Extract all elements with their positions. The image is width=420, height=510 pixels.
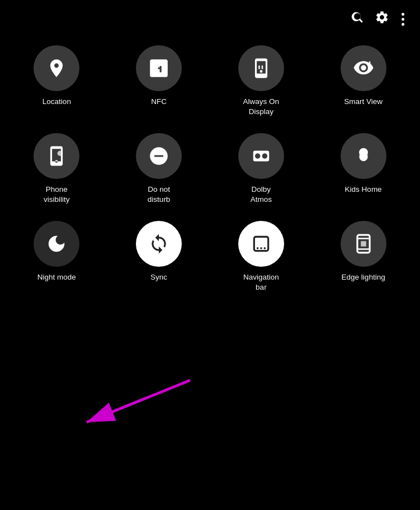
night-mode-icon <box>46 233 67 254</box>
tile-nav-bar[interactable]: Navigationbar <box>210 221 313 292</box>
tile-dnd[interactable]: Do notdisturb <box>108 133 210 204</box>
tile-dolby-icon-circle <box>238 133 284 179</box>
tile-phone-visibility-icon-circle <box>34 133 79 179</box>
svg-rect-10 <box>361 241 366 247</box>
tile-nfc-icon-circle <box>136 45 182 91</box>
search-icon[interactable] <box>350 10 365 29</box>
phone-visibility-icon <box>46 145 67 167</box>
svg-rect-7 <box>260 248 262 249</box>
tile-dnd-label: Do notdisturb <box>148 185 171 204</box>
tile-sync-icon-circle <box>136 221 182 267</box>
tile-nfc[interactable]: NFC <box>108 45 210 116</box>
tile-location-icon-circle <box>34 45 79 91</box>
quick-settings-grid: Location NFC Always OnDisplay Smart View… <box>0 34 420 303</box>
top-bar <box>0 0 420 34</box>
tile-aod-icon-circle <box>238 45 284 91</box>
aod-icon <box>251 58 272 79</box>
tile-phone-visibility-label: Phonevisibility <box>44 185 70 204</box>
nfc-icon <box>148 58 169 79</box>
location-icon <box>46 58 67 79</box>
tile-night-mode-icon-circle <box>34 221 79 267</box>
svg-line-12 <box>87 380 190 422</box>
tile-sync[interactable]: Sync <box>108 221 210 292</box>
kids-home-icon <box>353 145 374 167</box>
tile-aod[interactable]: Always OnDisplay <box>210 45 313 116</box>
edge-lighting-icon <box>353 233 374 254</box>
tile-phone-visibility[interactable]: Phonevisibility <box>6 133 108 204</box>
tile-night-mode[interactable]: Night mode <box>6 221 108 292</box>
tile-aod-label: Always OnDisplay <box>243 97 280 116</box>
tile-smart-view-label: Smart View <box>344 97 383 107</box>
tile-nav-bar-label: Navigationbar <box>243 272 279 292</box>
tile-kids-home-label: Kids Home <box>345 185 382 195</box>
settings-icon[interactable] <box>375 10 389 29</box>
tile-dolby[interactable]: DolbyAtmos <box>210 133 313 204</box>
tile-kids-home[interactable]: Kids Home <box>312 133 414 204</box>
svg-rect-6 <box>257 248 258 249</box>
svg-rect-8 <box>264 248 266 249</box>
tile-smart-view-icon-circle <box>341 45 386 91</box>
tile-location-label: Location <box>43 97 71 107</box>
tile-night-mode-label: Night mode <box>37 272 76 282</box>
tile-dnd-icon-circle <box>136 133 182 179</box>
svg-point-3 <box>262 153 267 159</box>
tile-nfc-label: NFC <box>151 97 167 107</box>
do-not-disturb-icon <box>148 145 169 167</box>
more-options-icon[interactable] <box>399 11 407 28</box>
dolby-icon <box>251 145 272 167</box>
sync-icon <box>148 233 169 254</box>
tile-edge-lighting-icon-circle <box>341 221 386 267</box>
tile-edge-lighting-label: Edge lighting <box>342 272 385 282</box>
tile-edge-lighting[interactable]: Edge lighting <box>312 221 414 292</box>
tile-location[interactable]: Location <box>6 45 108 116</box>
svg-point-2 <box>255 153 261 159</box>
tile-kids-home-icon-circle <box>341 133 386 179</box>
smart-view-icon <box>353 58 374 79</box>
tile-sync-label: Sync <box>150 272 167 282</box>
tile-dolby-label: DolbyAtmos <box>251 185 272 204</box>
tile-smart-view[interactable]: Smart View <box>312 45 414 116</box>
svg-point-0 <box>58 151 63 157</box>
tile-nav-bar-icon-circle <box>238 221 284 267</box>
nav-bar-icon <box>251 233 272 254</box>
